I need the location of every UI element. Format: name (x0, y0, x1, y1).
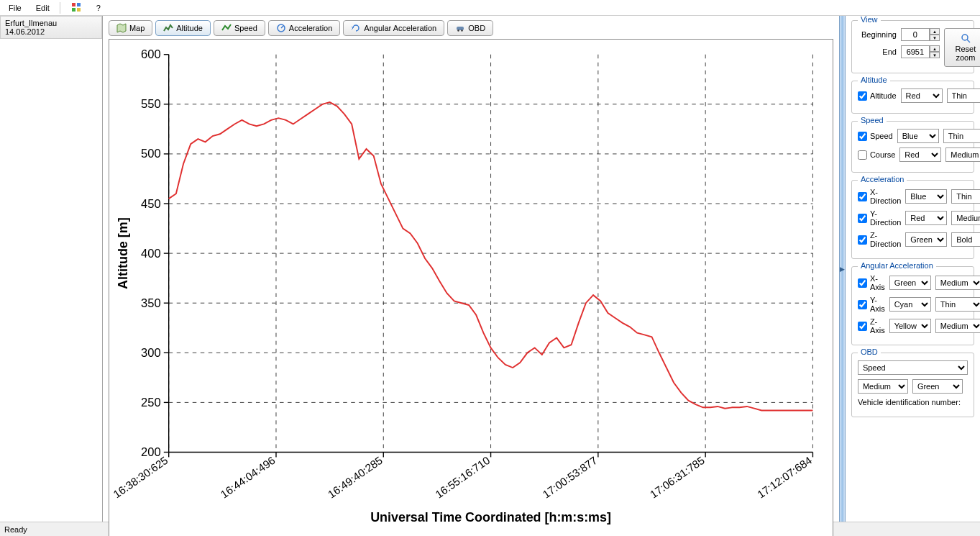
left-tree-panel: Erfurt_Ilmenau 14.06.2012 (0, 16, 103, 522)
obd-color-select[interactable]: RedBlueGreenCyanYellowBlack (912, 379, 963, 394)
group-speed: Speed Speed RedBlueGreenCyanYellowBlack … (851, 121, 974, 173)
end-input[interactable] (901, 45, 930, 58)
zdir-weight-select[interactable]: ThinMediumBold (951, 232, 980, 247)
altitude-icon (163, 23, 173, 33)
end-label: End (858, 47, 897, 56)
toolbar-app-icon[interactable] (65, 0, 88, 16)
svg-point-7 (462, 29, 463, 31)
xaxis-checkbox[interactable] (858, 278, 867, 288)
svg-rect-3 (77, 8, 81, 12)
tab-angular[interactable]: Angular Acceleration (343, 20, 444, 36)
zdir-checkbox-label[interactable]: Z-Direction (858, 231, 901, 248)
tab-label: OBD (468, 24, 485, 32)
spin-up[interactable]: ▲ (930, 45, 940, 52)
obd-weight-select[interactable]: ThinMediumBold (858, 379, 908, 394)
speed-checkbox-label[interactable]: Speed (858, 132, 893, 141)
svg-point-6 (458, 29, 459, 31)
yaxis-checkbox[interactable] (858, 300, 867, 309)
group-title: View (858, 16, 881, 24)
zdir-color-select[interactable]: RedBlueGreenCyanYellowBlack (905, 232, 947, 247)
spin-up[interactable]: ▲ (930, 28, 940, 35)
xdir-color-select[interactable]: RedBlueGreenCyanYellowBlack (905, 189, 947, 204)
zaxis-checkbox[interactable] (858, 322, 867, 331)
xaxis-weight-select[interactable]: ThinMediumBold (935, 276, 980, 290)
vin-label: Vehicle identification number: (858, 398, 961, 406)
tab-altitude[interactable]: Altitude (155, 20, 211, 36)
svg-text:16:44:04:496: 16:44:04:496 (218, 454, 277, 501)
yaxis-checkbox-label[interactable]: Y-Axis (858, 296, 885, 313)
zaxis-weight-select[interactable]: ThinMediumBold (935, 319, 980, 333)
checkbox-text: Y-Direction (870, 209, 901, 227)
speed-color-select[interactable]: RedBlueGreenCyanYellowBlack (897, 129, 939, 143)
altitude-checkbox-label[interactable]: Altitude (858, 91, 897, 101)
checkbox-text: X-Axis (870, 274, 885, 291)
spin-down[interactable]: ▼ (930, 52, 940, 58)
menu-file[interactable]: File (3, 2, 27, 14)
button-label: Reset zoom (951, 45, 980, 62)
tab-speed[interactable]: Speed (214, 20, 265, 36)
acceleration-icon (276, 23, 286, 33)
speed-weight-select[interactable]: ThinMediumBold (943, 129, 980, 143)
xdir-checkbox-label[interactable]: X-Direction (858, 188, 901, 205)
svg-text:500: 500 (141, 147, 161, 160)
obd-param-select[interactable]: Speed (858, 360, 968, 375)
svg-line-64 (967, 40, 970, 42)
menu-help[interactable]: ? (91, 2, 106, 14)
svg-text:16:55:16:710: 16:55:16:710 (433, 454, 492, 501)
svg-text:Altitude [m]: Altitude [m] (116, 217, 130, 289)
altitude-color-select[interactable]: RedBlueGreenCyanYellowBlack (901, 88, 943, 103)
svg-text:250: 250 (141, 396, 161, 409)
svg-point-63 (962, 35, 968, 40)
ydir-color-select[interactable]: RedBlueGreenCyanYellowBlack (905, 211, 947, 225)
zoom-icon (961, 33, 971, 43)
svg-text:17:12:07:684: 17:12:07:684 (755, 454, 814, 501)
menu-edit[interactable]: Edit (30, 2, 55, 14)
xdir-checkbox[interactable] (858, 192, 867, 201)
checkbox-text: Y-Axis (870, 296, 885, 313)
svg-text:350: 350 (141, 296, 161, 310)
center-panel: Map Altitude Speed Acceleration Angular … (103, 16, 839, 522)
speed-checkbox[interactable] (858, 132, 867, 141)
menubar: File Edit ? (0, 0, 980, 16)
tab-obd[interactable]: OBD (447, 20, 493, 36)
altitude-checkbox[interactable] (858, 91, 867, 101)
reset-zoom-button[interactable]: Reset zoom (944, 28, 980, 67)
xaxis-checkbox-label[interactable]: X-Axis (858, 274, 885, 291)
svg-rect-0 (72, 3, 75, 6)
course-weight-select[interactable]: ThinMediumBold (945, 147, 980, 162)
zdir-checkbox[interactable] (858, 235, 867, 245)
svg-text:600: 600 (141, 47, 161, 61)
altitude-weight-select[interactable]: ThinMediumBold (947, 88, 980, 103)
course-color-select[interactable]: RedBlueGreenCyanYellowBlack (899, 147, 941, 162)
yaxis-color-select[interactable]: RedBlueGreenCyanYellowBlack (889, 297, 931, 312)
course-checkbox[interactable] (858, 150, 867, 160)
zaxis-checkbox-label[interactable]: Z-Axis (858, 317, 885, 335)
ydir-checkbox[interactable] (858, 214, 867, 223)
splitter-grip-icon: ▶ (840, 265, 845, 273)
tree-item-dataset[interactable]: Erfurt_Ilmenau 14.06.2012 (0, 16, 102, 39)
xdir-weight-select[interactable]: ThinMediumBold (951, 189, 980, 204)
course-checkbox-label[interactable]: Course (858, 150, 895, 160)
speed-icon (221, 23, 232, 33)
ydir-checkbox-label[interactable]: Y-Direction (858, 209, 901, 227)
zaxis-color-select[interactable]: RedBlueGreenCyanYellowBlack (889, 319, 931, 333)
obd-icon (455, 23, 465, 33)
end-spinner[interactable]: ▲▼ (901, 45, 940, 58)
spin-down[interactable]: ▼ (930, 35, 940, 41)
altitude-chart[interactable]: 20025030035040045050055060016:38:30:6251… (109, 40, 833, 536)
tab-label: Altitude (176, 24, 203, 32)
svg-rect-1 (77, 3, 81, 6)
tab-acceleration[interactable]: Acceleration (268, 20, 341, 36)
tab-label: Angular Acceleration (364, 24, 436, 32)
beginning-spinner[interactable]: ▲▼ (901, 28, 940, 41)
yaxis-weight-select[interactable]: ThinMediumBold (935, 297, 980, 312)
beginning-input[interactable] (901, 28, 930, 41)
ydir-weight-select[interactable]: ThinMediumBold (951, 211, 980, 225)
tab-map[interactable]: Map (109, 20, 152, 36)
svg-text:400: 400 (141, 247, 161, 260)
vertical-splitter[interactable]: ▶ (839, 16, 846, 522)
xaxis-color-select[interactable]: RedBlueGreenCyanYellowBlack (889, 276, 931, 290)
svg-text:17:00:53:877: 17:00:53:877 (540, 454, 599, 501)
group-altitude: Altitude Altitude RedBlueGreenCyanYellow… (851, 81, 974, 114)
checkbox-text: Speed (870, 132, 893, 140)
